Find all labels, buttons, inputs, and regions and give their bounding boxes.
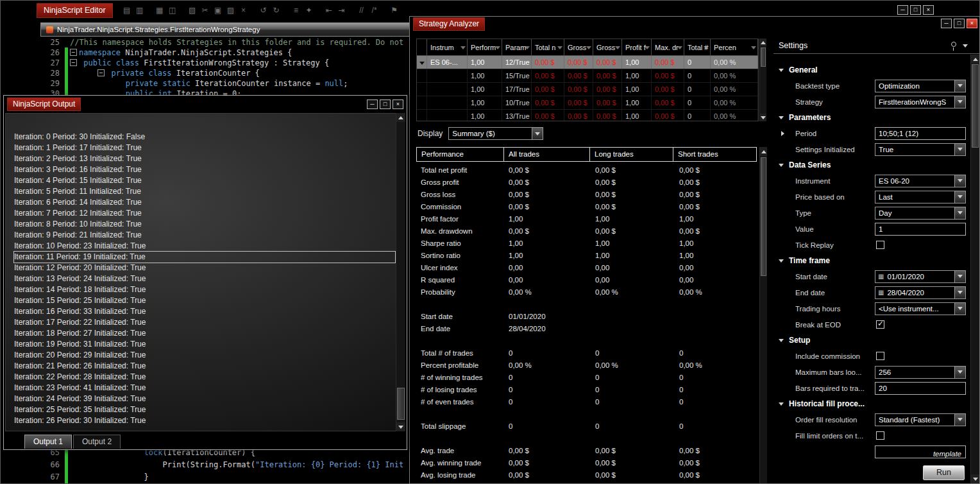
compile-icon[interactable]: ✦ xyxy=(303,4,316,16)
grid-row[interactable]: ES 06-...1,0012/True0,00 $0,00 $0,00 $1,… xyxy=(417,56,758,69)
order-fill-resolution-select[interactable]: Standard (Fastest) xyxy=(875,413,966,426)
performance-column-header[interactable]: Short trades xyxy=(673,147,757,162)
scroll-up-icon[interactable] xyxy=(760,39,766,46)
scrollbar-thumb[interactable] xyxy=(761,157,766,276)
section-time-frame[interactable]: Time frame xyxy=(773,253,970,268)
output-line[interactable]: Iteration: 17 Period: 22 Initialized: Tr… xyxy=(14,317,395,328)
outdent-icon[interactable]: ⇤ xyxy=(323,4,335,16)
settings-scrollbar[interactable] xyxy=(970,55,979,483)
strategy-select[interactable]: FirstIterationWrongS xyxy=(875,96,966,108)
output-line[interactable]: Iteration: 4 Period: 15 Initialized: Tru… xyxy=(14,175,395,186)
performance-column-header[interactable]: Performance xyxy=(416,147,504,162)
break-at-eod-checkbox[interactable] xyxy=(876,320,884,329)
output-line[interactable]: Iteration: 26 Period: 30 Initialized: Tr… xyxy=(14,415,395,426)
tick-replay-checkbox[interactable] xyxy=(876,241,884,249)
period-input[interactable]: 10;50;1 (12) xyxy=(875,127,966,140)
output-line[interactable]: Iteration: 9 Period: 21 Initialized: Tru… xyxy=(14,230,395,241)
filter-icon[interactable] xyxy=(615,46,620,49)
grid-column-header[interactable]: Percen xyxy=(711,39,758,55)
new-script-icon[interactable]: ▧ xyxy=(186,4,199,16)
close-icon[interactable]: × xyxy=(923,5,934,15)
scrollbar-thumb[interactable] xyxy=(761,48,766,67)
restore-icon[interactable]: □ xyxy=(954,19,965,28)
minimize-icon[interactable]: ─ xyxy=(897,5,908,15)
optimization-results-grid[interactable]: InstrumPerformParamTotal nGrossGrossProf… xyxy=(416,39,759,121)
section-general[interactable]: General xyxy=(773,62,970,78)
filter-icon[interactable] xyxy=(704,46,709,49)
run-button[interactable]: Run xyxy=(923,465,965,480)
chevron-down-icon[interactable] xyxy=(954,414,965,426)
chevron-down-icon[interactable] xyxy=(954,191,965,203)
filter-icon[interactable] xyxy=(677,46,682,49)
print-icon[interactable]: ▦ xyxy=(153,4,166,16)
pin-icon[interactable] xyxy=(951,42,956,47)
trading-hours-select[interactable]: <Use instrument... xyxy=(875,302,966,315)
output-titlebar[interactable]: NinjaScript Output ─ □ × xyxy=(4,96,407,112)
output-line[interactable]: Iteration: 18 Period: 27 Initialized: Tr… xyxy=(14,328,395,339)
output-line[interactable]: Iteration: 3 Period: 16 Initialized: Tru… xyxy=(14,164,395,175)
display-select[interactable]: Summary ($) xyxy=(448,127,543,140)
redo-icon[interactable]: ↻ xyxy=(270,4,283,16)
chevron-down-icon[interactable] xyxy=(954,175,965,187)
filter-icon[interactable] xyxy=(586,46,591,49)
output-line[interactable]: Iteration: 22 Period: 28 Initialized: Tr… xyxy=(14,372,395,383)
performance-column-header[interactable]: Long trades xyxy=(589,147,673,162)
performance-column-header[interactable]: All trades xyxy=(503,147,590,162)
grid-column-header[interactable]: Instrum xyxy=(427,39,468,55)
output-line[interactable]: Iteration: 5 Period: 11 Initialized: Tru… xyxy=(14,186,395,197)
grid-scrollbar[interactable] xyxy=(759,39,766,121)
grid-column-header[interactable]: Max. dr xyxy=(652,39,684,55)
print-preview-icon[interactable]: ◫ xyxy=(166,4,179,16)
output-log[interactable]: Iteration: 0 Period: 30 Initialized: Fal… xyxy=(5,113,405,431)
fold-icon[interactable] xyxy=(70,49,77,56)
output-line[interactable]: Iteration: 11 Period: 19 Initialized: Tr… xyxy=(14,252,395,263)
include-commission-checkbox[interactable] xyxy=(876,352,884,360)
chevron-down-icon[interactable] xyxy=(963,44,968,48)
chevron-down-icon[interactable] xyxy=(954,96,965,108)
output-line[interactable]: Iteration: 23 Period: 41 Initialized: Tr… xyxy=(14,383,395,393)
save-icon[interactable]: ▤ xyxy=(121,4,133,16)
chevron-down-icon[interactable] xyxy=(532,128,543,139)
output-line[interactable]: Iteration: 10 Period: 23 Initialized: Tr… xyxy=(14,241,395,252)
output-scrollbar[interactable] xyxy=(396,113,405,431)
close-icon[interactable]: × xyxy=(393,99,403,109)
output-line[interactable]: Iteration: 7 Period: 12 Initialized: Tru… xyxy=(14,208,395,219)
paste-icon[interactable]: ▨ xyxy=(224,4,237,16)
scrollbar-thumb[interactable] xyxy=(397,388,405,420)
chevron-down-icon[interactable] xyxy=(954,367,965,378)
output-line[interactable]: Iteration: 12 Period: 20 Initialized: Tr… xyxy=(14,263,395,273)
type-select[interactable]: Day xyxy=(875,207,966,220)
insert-code-icon[interactable]: ≡ xyxy=(290,4,303,16)
analyzer-titlebar[interactable]: Strategy Analyzer ─ □ × xyxy=(410,17,979,31)
fold-icon[interactable] xyxy=(70,59,77,66)
section-parameters[interactable]: Parameters xyxy=(773,110,970,125)
scroll-down-icon[interactable] xyxy=(760,114,766,121)
scroll-up-icon[interactable] xyxy=(760,147,767,156)
grid-column-header[interactable]: Gross xyxy=(593,39,622,55)
filter-icon[interactable] xyxy=(557,46,562,49)
grid-row[interactable]: 1,0017/True0,00 $0,00 $0,00 $1,000,00 $0… xyxy=(417,83,758,96)
section-historical-fill[interactable]: Historical fill proce... xyxy=(773,396,970,411)
value-input[interactable]: 1 xyxy=(875,223,966,236)
output-line[interactable]: Iteration: 21 Period: 26 Initialized: Tr… xyxy=(14,361,395,372)
chevron-down-icon[interactable] xyxy=(954,271,965,282)
fold-icon[interactable] xyxy=(97,69,105,76)
output-line[interactable]: Iteration: 16 Period: 33 Initialized: Tr… xyxy=(14,306,395,317)
backtest-type-select[interactable]: Optimization xyxy=(875,80,966,92)
output-line[interactable]: Iteration: 2 Period: 13 Initialized: Tru… xyxy=(14,153,395,164)
output-line[interactable]: Iteration: 13 Period: 24 Initialized: Tr… xyxy=(14,273,395,284)
delete-icon[interactable]: × xyxy=(237,4,250,16)
grid-row[interactable]: 1,0013/True0,00 $0,00 $0,00 $1,000,00 $0… xyxy=(417,110,758,121)
output-line[interactable]: Iteration: 20 Period: 29 Initialized: Tr… xyxy=(14,350,395,361)
filter-icon[interactable] xyxy=(495,46,500,49)
output-line[interactable]: Iteration: 6 Period: 14 Initialized: Tru… xyxy=(14,197,395,208)
bars-required-input[interactable]: 20 xyxy=(875,382,966,395)
output-line[interactable]: Iteration: 19 Period: 31 Initialized: Tr… xyxy=(14,339,395,350)
undo-icon[interactable]: ↺ xyxy=(257,4,270,16)
scroll-up-icon[interactable] xyxy=(396,113,405,122)
chevron-down-icon[interactable] xyxy=(954,303,965,315)
chevron-down-icon[interactable] xyxy=(954,287,965,298)
price-based-on-select[interactable]: Last xyxy=(875,191,966,203)
output-line[interactable]: Iteration: 1 Period: 17 Initialized: Tru… xyxy=(14,143,395,153)
scrollbar-thumb[interactable] xyxy=(972,64,979,148)
